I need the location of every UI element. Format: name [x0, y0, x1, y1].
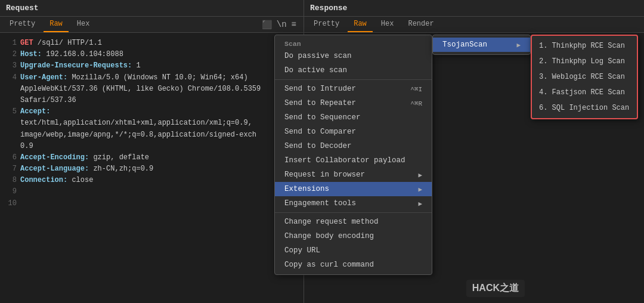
line-7: 7Accept-Language: zh-CN,zh;q=0.9 — [6, 163, 298, 175]
menu-send-sequencer[interactable]: Send to Sequencer — [275, 110, 432, 125]
scan-item-4[interactable]: 4. Fastjson RCE Scan — [532, 85, 637, 100]
scan-item-6[interactable]: 6. SQL Injection Scan — [532, 100, 637, 116]
line-5: 5Accept: — [6, 106, 298, 118]
tab-response-raw[interactable]: Raw — [348, 17, 373, 32]
menu-send-decoder[interactable]: Send to Decoder — [275, 139, 432, 153]
arrow-engagement: ▶ — [418, 200, 422, 208]
menu-request-in-browser[interactable]: Request in browser ▶ — [275, 168, 432, 182]
line-5c: image/webp,image/apng,*/*;q=0.8,applicat… — [6, 129, 298, 141]
tab-pretty[interactable]: Pretty — [4, 17, 41, 32]
tab-raw[interactable]: Raw — [44, 17, 69, 32]
menu-divider-2 — [275, 212, 432, 213]
line-5d: 0.9 — [6, 141, 298, 152]
tab-response-pretty[interactable]: Pretty — [308, 17, 345, 32]
request-tab-bar: Pretty Raw Hex ⬛ \n ≡ — [0, 17, 304, 33]
arrow-extensions: ▶ — [418, 185, 422, 193]
line-1: 1GET /sqli/ HTTP/1.1 — [6, 38, 298, 49]
menu-send-comparer[interactable]: Send to Comparer — [275, 125, 432, 139]
menu-send-repeater[interactable]: Send to Repeater ^⌘R — [275, 96, 432, 110]
context-menu: Scan Do passive scan Do active scan Send… — [274, 35, 432, 275]
line-6: 6Accept-Encoding: gzip, deflate — [6, 152, 298, 163]
icon-menu[interactable]: ≡ — [292, 20, 296, 29]
submenu-tsojanscan[interactable]: TsojanScan ▶ — [433, 38, 530, 52]
menu-send-intruder[interactable]: Send to Intruder ^⌘I — [275, 82, 432, 96]
menu-do-active-scan[interactable]: Do active scan — [275, 63, 432, 78]
line-8: 8Connection: close — [6, 175, 298, 186]
request-tab-icons: ⬛ \n ≡ — [262, 20, 300, 30]
menu-insert-collaborator[interactable]: Insert Collaborator payload — [275, 153, 432, 168]
line-4c: Safari/537.36 — [6, 95, 298, 106]
request-title: Request — [0, 0, 304, 17]
menu-copy-url[interactable]: Copy URL — [275, 243, 432, 258]
line-9: 9 — [6, 186, 298, 197]
menu-change-request-method[interactable]: Change request method — [275, 215, 432, 229]
response-title: Response — [304, 0, 644, 17]
request-panel: Request Pretty Raw Hex ⬛ \n ≡ 1GET /sqli… — [0, 0, 304, 303]
line-10: 10 — [6, 198, 298, 209]
watermark: HACK之道 — [466, 280, 525, 297]
menu-change-body-encoding[interactable]: Change body encoding — [275, 229, 432, 243]
menu-divider-1 — [275, 79, 432, 80]
menu-copy-curl[interactable]: Copy as curl command — [275, 258, 432, 272]
response-tab-bar: Pretty Raw Hex Render — [304, 17, 644, 33]
extensions-submenu: TsojanScan ▶ — [432, 35, 531, 55]
menu-engagement-tools[interactable]: Engagement tools ▶ — [275, 196, 432, 211]
tsojanscan-submenu: 1. Thinkphp RCE Scan 2. Thinkphp Log Sca… — [531, 35, 638, 119]
menu-section-scan: Scan — [275, 38, 432, 49]
request-content: 1GET /sqli/ HTTP/1.1 2Host: 192.168.0.10… — [0, 33, 304, 303]
icon-search[interactable]: ⬛ — [262, 20, 272, 30]
arrow-tsojanscan: ▶ — [516, 41, 521, 49]
scan-item-3[interactable]: 3. Weblogic RCE Scan — [532, 69, 637, 85]
line-4b: AppleWebKit/537.36 (KHTML, like Gecko) C… — [6, 84, 298, 95]
line-4: 4User-Agent: Mozilla/5.0 (Windows NT 10.… — [6, 72, 298, 84]
arrow-browser: ▶ — [418, 171, 422, 179]
scan-item-2[interactable]: 2. Thinkphp Log Scan — [532, 54, 637, 69]
menu-do-passive-scan[interactable]: Do passive scan — [275, 49, 432, 63]
scan-item-1[interactable]: 1. Thinkphp RCE Scan — [532, 38, 637, 54]
line-3: 3Upgrade-Insecure-Requests: 1 — [6, 60, 298, 72]
menu-extensions[interactable]: Extensions ▶ — [275, 182, 432, 196]
tab-response-render[interactable]: Render — [402, 17, 439, 32]
tab-response-hex[interactable]: Hex — [375, 17, 400, 32]
line-5b: text/html,application/xhtml+xml,applicat… — [6, 118, 298, 129]
tab-hex[interactable]: Hex — [71, 17, 96, 32]
icon-newline[interactable]: \n — [277, 20, 287, 29]
line-2: 2Host: 192.168.0.104:8088 — [6, 49, 298, 60]
